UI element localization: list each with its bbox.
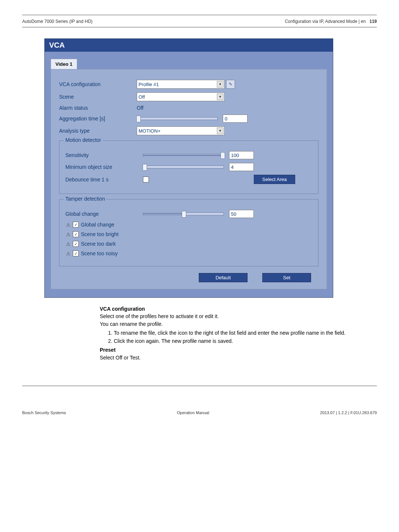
body-p2: You can rename the profile. <box>100 320 377 328</box>
vca-config-value: Profile #1 <box>139 82 159 87</box>
scene-too-bright-checkbox[interactable]: ✓ <box>73 231 79 237</box>
global-change-slider-label: Global change <box>65 211 143 217</box>
step-2: Click the icon again. The new profile na… <box>114 337 377 345</box>
slider-handle[interactable] <box>143 164 147 171</box>
slider-handle[interactable] <box>182 211 186 218</box>
tamper-check-row: ⚠ ✓ Scene too dark <box>65 241 312 247</box>
chevron-down-icon[interactable]: ▼ <box>217 93 224 100</box>
scene-too-dark-checkbox[interactable]: ✓ <box>73 241 79 247</box>
section-name: Configuration via IP, Advanced Mode | en <box>285 19 366 24</box>
vca-panel: VCA Video 1 VCA configuration Profile #1… <box>44 38 333 298</box>
alarm-status-label: Alarm status <box>59 105 137 111</box>
scene-too-noisy-label: Scene too noisy <box>81 250 118 256</box>
product-name: AutoDome 7000 Series (IP and HD) <box>22 19 93 24</box>
tamper-check-row: ⚠ ✓ Global change <box>65 222 312 228</box>
sensitivity-value[interactable]: 100 <box>229 151 254 159</box>
warning-icon: ⚠ <box>65 251 71 256</box>
scene-too-bright-label: Scene too bright <box>81 231 119 237</box>
vca-config-select[interactable]: Profile #1 ▼ <box>137 80 225 89</box>
warning-icon: ⚠ <box>65 241 71 246</box>
warning-icon: ⚠ <box>65 222 71 227</box>
alarm-status-value: Off <box>137 105 143 111</box>
min-obj-slider[interactable] <box>143 166 224 168</box>
page-number: 119 <box>369 19 377 24</box>
sensitivity-label: Sensitivity <box>65 152 143 158</box>
motion-detector-title: Motion detector <box>64 137 103 143</box>
global-change-value[interactable]: 50 <box>229 210 254 218</box>
analysis-type-value: MOTION+ <box>139 128 161 134</box>
global-change-label: Global change <box>81 222 114 228</box>
rename-profile-icon[interactable]: ✎ <box>226 80 235 89</box>
scene-too-noisy-checkbox[interactable]: ✓ <box>73 250 79 256</box>
vca-panel-title: VCA <box>45 39 333 52</box>
aggregation-slider[interactable] <box>137 117 218 120</box>
aggregation-label: Aggregation time [s] <box>59 116 137 122</box>
default-button[interactable]: Default <box>199 273 248 282</box>
sensitivity-slider[interactable] <box>143 154 224 157</box>
analysis-type-label: Analysis type <box>59 128 137 134</box>
scene-select[interactable]: Off ▼ <box>137 92 225 101</box>
debounce-label: Debounce time 1 s <box>65 177 143 183</box>
vca-config-heading: VCA configuration <box>100 306 145 312</box>
chevron-down-icon[interactable]: ▼ <box>217 127 224 134</box>
scene-too-dark-label: Scene too dark <box>81 241 116 247</box>
scene-label: Scene <box>59 94 137 100</box>
analysis-type-select[interactable]: MOTION+ ▼ <box>137 126 225 135</box>
tamper-detection-group: Tamper detection Global change 50 ⚠ <box>59 199 318 266</box>
preset-heading: Preset <box>100 347 116 353</box>
slider-handle[interactable] <box>136 116 141 122</box>
tamper-check-row: ⚠ ✓ Scene too noisy <box>65 250 312 256</box>
body-p1: Select one of the profiles here to activ… <box>100 313 377 320</box>
footer-center: Operation Manual <box>177 410 209 415</box>
body-p3: Select Off or Test. <box>100 354 377 361</box>
select-area-button[interactable]: Select Area <box>254 175 295 184</box>
tamper-detection-title: Tamper detection <box>64 196 106 202</box>
tamper-check-row: ⚠ ✓ Scene too bright <box>65 231 312 237</box>
warning-icon: ⚠ <box>65 232 71 237</box>
debounce-checkbox[interactable] <box>143 177 149 183</box>
scene-value: Off <box>139 94 145 100</box>
tab-content: VCA configuration Profile #1 ▼ ✎ Scene O… <box>51 69 327 289</box>
slider-handle[interactable] <box>221 152 225 159</box>
tab-video-1[interactable]: Video 1 <box>51 59 77 69</box>
footer-left: Bosch Security Systems <box>22 410 66 415</box>
step-1: To rename the file, click the icon to th… <box>114 329 377 337</box>
vca-config-label: VCA configuration <box>59 81 137 87</box>
global-change-slider[interactable] <box>143 212 224 215</box>
min-obj-label: Minimum object size <box>65 164 143 170</box>
set-button[interactable]: Set <box>262 273 311 282</box>
global-change-checkbox[interactable]: ✓ <box>73 222 79 228</box>
motion-detector-group: Motion detector Sensitivity 100 Minim <box>59 140 318 194</box>
chevron-down-icon[interactable]: ▼ <box>217 81 224 88</box>
min-obj-value[interactable]: 4 <box>229 163 254 171</box>
footer-right: 2013.07 | 1.2.2 | F.01U.283.679 <box>320 410 377 415</box>
aggregation-value[interactable]: 0 <box>223 115 248 123</box>
